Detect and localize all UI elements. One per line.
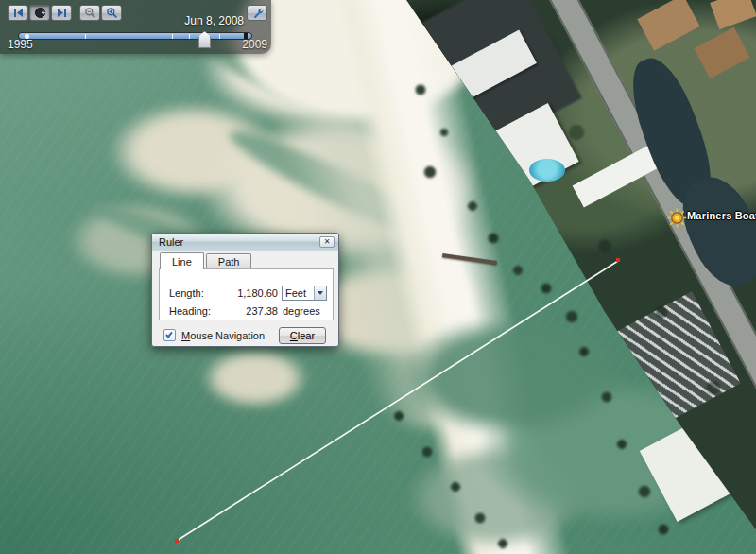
heading-value: 237.38 xyxy=(224,305,278,317)
tab-path[interactable]: Path xyxy=(206,253,252,269)
measurement-group-box: Length: 1,180.60 Feet Heading: 237.38 de… xyxy=(159,268,334,320)
ruler-dialog: Ruler ✕ Line Path Length: 1,180.60 Feet … xyxy=(151,233,339,347)
ruler-dialog-title: Ruler xyxy=(159,236,183,248)
zoom-time-out-button[interactable] xyxy=(79,5,100,21)
length-row: Length: 1,180.60 Feet xyxy=(169,286,327,301)
heading-unit: degrees xyxy=(283,305,320,317)
current-imagery-date: Jun 8, 2008 xyxy=(184,14,244,27)
ruler-measurement-line[interactable] xyxy=(0,0,756,554)
heading-row: Heading: 237.38 degrees xyxy=(169,303,327,319)
length-value: 1,180.60 xyxy=(224,287,278,299)
close-icon[interactable]: ✕ xyxy=(319,236,335,248)
measure-endpoint-end[interactable] xyxy=(175,539,179,543)
sun-placemark-icon[interactable] xyxy=(667,208,687,228)
clear-button[interactable]: Clear xyxy=(279,327,326,344)
measure-endpoint-start[interactable] xyxy=(616,258,620,262)
mouse-navigation-option[interactable]: Mouse Navigation xyxy=(163,329,265,341)
ruler-tab-bar: Line Path xyxy=(160,253,253,269)
tab-line[interactable]: Line xyxy=(160,252,204,269)
step-forward-button[interactable] xyxy=(51,5,72,21)
unit-selected-value: Feet xyxy=(283,287,314,299)
slider-tick xyxy=(219,34,220,39)
step-back-icon xyxy=(12,8,25,18)
slider-tick xyxy=(85,34,86,39)
ruler-dialog-titlebar[interactable]: Ruler ✕ xyxy=(152,234,338,251)
heading-label: Heading: xyxy=(169,305,224,317)
slider-tick xyxy=(189,34,190,39)
google-earth-viewport: Mariners Boathouse xyxy=(0,0,756,554)
time-slider-track[interactable] xyxy=(18,32,252,40)
historical-imagery-time-panel: Jun 8, 2008 1995 2009 xyxy=(0,0,271,54)
wrench-icon xyxy=(251,7,264,19)
mouse-navigation-label: Mouse Navigation xyxy=(181,330,265,341)
slider-tick xyxy=(172,34,173,39)
play-time-animation-icon xyxy=(34,7,46,19)
range-start-year: 1995 xyxy=(8,38,33,51)
unit-dropdown[interactable]: Feet xyxy=(282,286,327,301)
play-time-animation-button[interactable] xyxy=(29,5,50,21)
length-label: Length: xyxy=(169,287,224,299)
step-forward-icon xyxy=(56,8,68,18)
placemark-label[interactable]: Mariners Boathouse xyxy=(687,210,756,221)
chevron-down-icon xyxy=(318,291,323,295)
zoom-time-in-button[interactable] xyxy=(101,5,122,21)
zoom-in-icon xyxy=(106,7,118,19)
time-options-wrench-button[interactable] xyxy=(247,5,267,21)
dropdown-button[interactable] xyxy=(314,286,326,300)
range-end-year: 2009 xyxy=(242,38,267,51)
check-icon xyxy=(165,331,173,338)
step-back-button[interactable] xyxy=(8,5,28,21)
zoom-out-icon xyxy=(84,7,96,19)
mouse-navigation-checkbox[interactable] xyxy=(163,329,176,341)
